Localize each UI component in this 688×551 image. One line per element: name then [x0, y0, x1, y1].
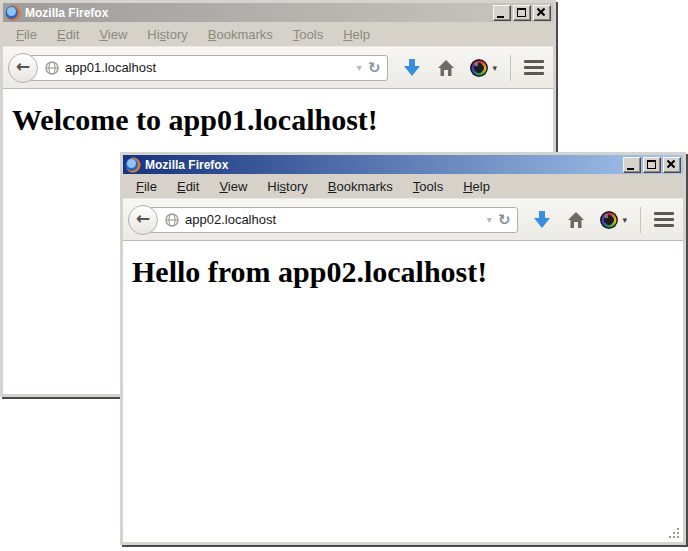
navigation-toolbar: ← app01.localhost ▾ ↻ ▾ [3, 47, 553, 89]
urlbar-dropdown-icon[interactable]: ▾ [357, 62, 362, 73]
menu-item-help[interactable]: Help [454, 176, 499, 197]
toolbar-separator [510, 55, 511, 81]
title-bar[interactable]: Mozilla Firefox [3, 3, 553, 22]
url-text[interactable]: app02.localhost [185, 212, 481, 227]
maximize-icon [647, 160, 656, 169]
home-button[interactable] [566, 210, 586, 229]
urlbar-dropdown-icon[interactable]: ▾ [487, 214, 492, 225]
minimize-icon [627, 168, 634, 170]
window-title: Mozilla Firefox [145, 158, 619, 172]
page-heading: Welcome to app01.localhost! [12, 103, 544, 137]
menu-item-tools[interactable]: Tools [284, 24, 332, 45]
menu-item-history[interactable]: History [258, 176, 316, 197]
color-wheel-icon [600, 211, 618, 229]
menu-item-view[interactable]: View [90, 24, 136, 45]
menu-bar: FileEditViewHistoryBookmarksToolsHelp [123, 174, 683, 199]
color-wheel-icon [470, 59, 488, 77]
maximize-button[interactable] [643, 157, 661, 173]
url-text[interactable]: app01.localhost [65, 60, 351, 75]
page-heading: Hello from app02.localhost! [132, 255, 674, 289]
globe-icon [165, 213, 179, 227]
back-button[interactable]: ← [8, 53, 38, 83]
menu-item-view[interactable]: View [210, 176, 256, 197]
extension-button[interactable]: ▾ [600, 211, 627, 229]
menu-item-bookmarks[interactable]: Bookmarks [199, 24, 282, 45]
close-button[interactable] [663, 157, 681, 173]
browser-window-app02[interactable]: Mozilla Firefox FileEditViewHistoryBookm… [120, 152, 686, 545]
download-arrow-icon [403, 58, 421, 77]
menu-item-history[interactable]: History [138, 24, 196, 45]
close-icon [534, 6, 550, 20]
home-button[interactable] [436, 58, 456, 77]
window-title: Mozilla Firefox [25, 6, 489, 20]
maximize-icon [517, 8, 526, 17]
firefox-logo-icon [5, 5, 21, 21]
back-arrow-icon: ← [136, 210, 150, 227]
toolbar-separator [640, 207, 641, 233]
extension-button[interactable]: ▾ [470, 59, 497, 77]
window-controls [623, 157, 681, 173]
back-button[interactable]: ← [128, 205, 158, 235]
menu-item-file[interactable]: File [7, 24, 46, 45]
url-bar[interactable]: app01.localhost ▾ ↻ [22, 55, 388, 81]
download-button[interactable] [403, 58, 421, 77]
reload-button[interactable]: ↻ [498, 211, 511, 229]
close-button[interactable] [533, 5, 551, 21]
maximize-button[interactable] [513, 5, 531, 21]
hamburger-menu-button[interactable] [652, 210, 676, 229]
minimize-button[interactable] [623, 157, 641, 173]
download-button[interactable] [533, 210, 551, 229]
menu-item-edit[interactable]: Edit [168, 176, 208, 197]
chevron-down-icon: ▾ [622, 215, 627, 225]
home-icon [566, 210, 586, 229]
menu-item-help[interactable]: Help [334, 24, 379, 45]
close-icon [664, 158, 680, 172]
menu-item-file[interactable]: File [127, 176, 166, 197]
menu-item-bookmarks[interactable]: Bookmarks [319, 176, 402, 197]
menu-item-tools[interactable]: Tools [404, 176, 452, 197]
chevron-down-icon: ▾ [492, 63, 497, 73]
page-content: Hello from app02.localhost! [123, 241, 683, 542]
resize-grip-icon[interactable] [668, 527, 682, 541]
home-icon [436, 58, 456, 77]
navigation-toolbar: ← app02.localhost ▾ ↻ ▾ [123, 199, 683, 241]
reload-button[interactable]: ↻ [368, 59, 381, 77]
firefox-logo-icon [125, 157, 141, 173]
hamburger-menu-button[interactable] [522, 58, 546, 77]
minimize-button[interactable] [493, 5, 511, 21]
minimize-icon [497, 16, 504, 18]
url-bar[interactable]: app02.localhost ▾ ↻ [142, 207, 518, 233]
menu-item-edit[interactable]: Edit [48, 24, 88, 45]
menu-bar: FileEditViewHistoryBookmarksToolsHelp [3, 22, 553, 47]
globe-icon [45, 61, 59, 75]
back-arrow-icon: ← [16, 58, 30, 75]
window-controls [493, 5, 551, 21]
title-bar[interactable]: Mozilla Firefox [123, 155, 683, 174]
download-arrow-icon [533, 210, 551, 229]
